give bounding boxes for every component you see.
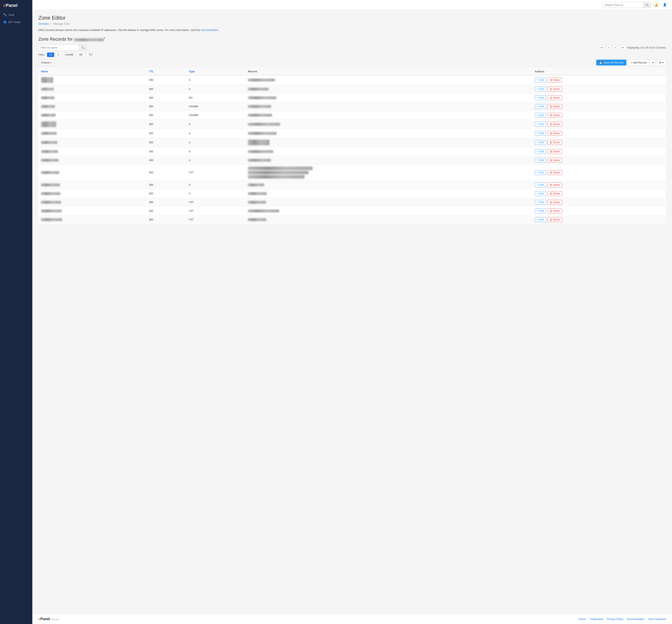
filter-tag-mx[interactable]: MX [77, 53, 85, 57]
edit-button-2[interactable]: ✎ Edit [535, 87, 546, 92]
filter-tag-all[interactable]: All [47, 53, 54, 57]
pagination-first[interactable]: << [598, 45, 605, 50]
topbar: 🔍 🔔 👤 [32, 0, 672, 10]
delete-button-7[interactable]: 🗑 Delete [547, 131, 562, 136]
delete-button-6[interactable]: 🗑 Delete [547, 122, 562, 127]
edit-button-6[interactable]: ✎ Edit [535, 122, 546, 127]
edit-button-9[interactable]: ✎ Edit [535, 149, 546, 154]
col-name[interactable]: Name [38, 68, 147, 75]
search-tools-wrap: 🔍 [602, 2, 651, 8]
table-row: ████████ 300 A ██████ ✎ Edit 🗑 Delete [38, 85, 666, 93]
add-record-label: + Add Record [630, 61, 647, 64]
cell-record: ██████ [245, 85, 533, 93]
filter-input-wrap: 🔍 [38, 45, 87, 51]
sidebar-logo: cPanel [0, 0, 32, 11]
edit-button-16[interactable]: ✎ Edit [535, 217, 546, 222]
cell-ttl: 300 [147, 156, 186, 164]
filter-tag-a[interactable]: A [55, 53, 61, 57]
sidebar-item-tools[interactable]: 🔧 Tools [0, 11, 32, 18]
gear-button[interactable]: ⚙ ▾ [657, 59, 666, 66]
cell-actions: ✎ Edit 🗑 Delete [533, 129, 666, 138]
edit-button-1[interactable]: ✎ Edit [535, 78, 546, 82]
delete-button-11[interactable]: 🗑 Delete [547, 170, 562, 175]
save-all-button[interactable]: 💾 Save All Records [596, 60, 626, 66]
edit-button-3[interactable]: ✎ Edit [535, 95, 546, 100]
displaying-text: Displaying 1 to 16 out of 16 items [627, 46, 666, 49]
sidebar-item-wp-toolkit[interactable]: 🔵 WP Toolkit [0, 18, 32, 26]
cell-actions: ✎ Edit 🗑 Delete [533, 102, 666, 111]
cell-type: A [186, 129, 245, 138]
add-record-button[interactable]: + Add Record [627, 59, 650, 66]
delete-button-9[interactable]: 🗑 Delete [547, 149, 562, 154]
pagination-prev[interactable]: < [606, 45, 612, 50]
filter-search-button[interactable]: 🔍 [79, 45, 87, 50]
actions-button[interactable]: Actions ▾ [38, 60, 54, 66]
delete-button-13[interactable]: 🗑 Delete [547, 191, 562, 196]
save-icon: 💾 [599, 61, 602, 64]
delete-button-1[interactable]: 🗑 Delete [547, 78, 562, 82]
filter-tag-cname[interactable]: CNAME [62, 53, 76, 57]
breadcrumb-domains[interactable]: Domains [38, 22, 49, 25]
delete-button-12[interactable]: 🗑 Delete [547, 182, 562, 187]
delete-button-15[interactable]: 🗑 Delete [547, 209, 562, 213]
actions-caret: ▾ [51, 61, 52, 64]
cell-type: TXT [186, 164, 245, 180]
edit-button-4[interactable]: ✎ Edit [535, 104, 546, 109]
delete-button-10[interactable]: 🗑 Delete [547, 158, 562, 163]
cell-actions: ✎ Edit 🗑 Delete [533, 215, 666, 224]
edit-button-8[interactable]: ✎ Edit [535, 140, 546, 145]
edit-button-7[interactable]: ✎ Edit [535, 131, 546, 136]
footer-link-documentation[interactable]: Documentation [627, 618, 645, 621]
delete-button-2[interactable]: 🗑 Delete [547, 87, 562, 92]
edit-button-12[interactable]: ✎ Edit [535, 182, 546, 187]
footer-version: 110.0.8 [51, 618, 59, 621]
footer-link-privacy[interactable]: Privacy Policy [607, 618, 623, 621]
filter-input[interactable] [38, 45, 79, 50]
edit-button-11[interactable]: ✎ Edit [535, 170, 546, 175]
save-all-label: Save All Records [603, 61, 623, 64]
table-row: ██ ████ 300 A ██████ ████ ✎ Edit 🗑 Delet… [38, 75, 666, 85]
filter-right: << < > >> Displaying 1 to 16 out of 16 i… [598, 45, 666, 50]
cell-name: ████████ [38, 111, 147, 120]
cell-ttl: 300 [147, 207, 186, 215]
cell-type: CNAME [186, 111, 245, 120]
table-row: ████████ 300 A ████████████ ✎ Edit 🗑 Del… [38, 180, 666, 189]
table-row: ████████ 300 A ████████████ ✎ Edit 🗑 Del… [38, 189, 666, 198]
edit-button-10[interactable]: ✎ Edit [535, 158, 546, 163]
delete-button-4[interactable]: 🗑 Delete [547, 104, 562, 109]
cell-record: ████████████ [245, 207, 533, 215]
col-type[interactable]: Type [186, 68, 245, 75]
footer-link-feedback[interactable]: Give Feedback [648, 618, 666, 621]
table-row: ████████ 300 TXT ████████████ ✎ Edit 🗑 D… [38, 198, 666, 207]
add-record-dropdown[interactable]: ▾ [651, 59, 656, 66]
cell-ttl: 300 [147, 180, 186, 189]
delete-button-3[interactable]: 🗑 Delete [547, 95, 562, 100]
search-tools-button[interactable]: 🔍 [643, 2, 651, 8]
notification-button[interactable]: 🔔 [653, 2, 660, 8]
footer-link-home[interactable]: Home [579, 618, 586, 621]
delete-button-8[interactable]: 🗑 Delete [547, 140, 562, 145]
delete-button-16[interactable]: 🗑 Delete [547, 217, 562, 222]
pagination-last[interactable]: >> [619, 45, 626, 50]
cell-ttl: 300 [147, 129, 186, 138]
pagination-next[interactable]: > [613, 45, 618, 50]
delete-button-14[interactable]: 🗑 Delete [547, 200, 562, 205]
footer-link-trademarks[interactable]: Trademarks [589, 618, 603, 621]
cell-actions: ✎ Edit 🗑 Delete [533, 207, 666, 215]
user-button[interactable]: 👤 [662, 2, 668, 8]
documentation-link[interactable]: documentation [201, 28, 218, 31]
delete-button-5[interactable]: 🗑 Delete [547, 113, 562, 118]
edit-button-13[interactable]: ✎ Edit [535, 191, 546, 196]
gear-icon: ⚙ [659, 61, 662, 64]
filter-tag-txt[interactable]: TXT [86, 53, 95, 57]
edit-button-15[interactable]: ✎ Edit [535, 209, 546, 213]
search-tools-input[interactable] [603, 2, 643, 8]
filter-label: Filter: [38, 53, 45, 56]
edit-button-5[interactable]: ✎ Edit [535, 113, 546, 118]
cell-record: █████ █████ [245, 129, 533, 138]
table-row: ████████ 300 A █████ █████ ✎ Edit 🗑 Dele… [38, 129, 666, 138]
table-row: ████████ 300 TXT ████████████ ██████████… [38, 164, 666, 180]
col-ttl[interactable]: TTL [147, 68, 186, 75]
edit-button-14[interactable]: ✎ Edit [535, 200, 546, 205]
cell-ttl: 300 [147, 198, 186, 207]
